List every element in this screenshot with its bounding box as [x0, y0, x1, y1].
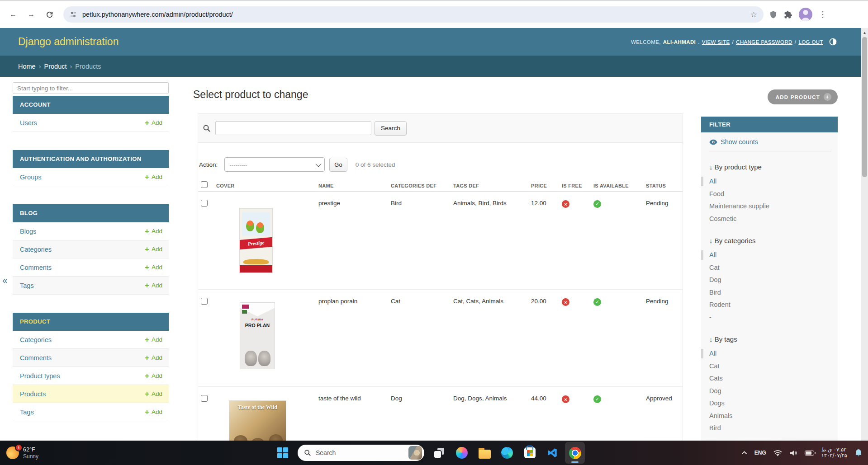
column-header[interactable]: STATUS — [644, 183, 683, 188]
sidebar-item-link[interactable]: Categories — [20, 246, 52, 253]
sidebar-collapse-icon[interactable]: « — [2, 275, 8, 286]
column-header[interactable]: CATEGORIES DEF — [389, 183, 451, 188]
browser-menu-icon[interactable]: ⋮ — [819, 10, 827, 19]
sidebar-section-title[interactable]: AUTHENTICATION AND AUTHORIZATION — [13, 150, 169, 168]
chrome-button[interactable] — [565, 442, 585, 464]
battery-icon[interactable] — [805, 451, 814, 456]
sidebar-add-link[interactable]: +Add — [145, 173, 162, 181]
sidebar-add-link[interactable]: +Add — [145, 390, 162, 398]
add-product-button[interactable]: ADD PRODUCT + — [768, 89, 838, 104]
language-indicator[interactable]: ENG — [754, 450, 766, 456]
notification-bell-icon[interactable] — [854, 449, 863, 457]
url-text[interactable]: petlux.pythonanywhere.com/admin/product/… — [82, 11, 750, 18]
filter-option-rodent[interactable]: Rodent — [709, 299, 838, 311]
site-controls-icon[interactable] — [70, 11, 77, 18]
sidebar-add-link[interactable]: +Add — [145, 245, 162, 253]
sidebar-item-link[interactable]: Tags — [20, 409, 34, 416]
select-all-checkbox[interactable] — [201, 181, 208, 188]
filter-option-all[interactable]: All — [709, 249, 838, 262]
row-checkbox[interactable] — [201, 395, 208, 402]
column-header[interactable]: TAGS DEF — [451, 183, 529, 188]
sidebar-add-link[interactable]: +Add — [145, 263, 162, 271]
sidebar-item-link[interactable]: Blogs — [20, 228, 36, 235]
wifi-icon[interactable] — [773, 450, 782, 456]
url-bar[interactable]: petlux.pythonanywhere.com/admin/product/… — [63, 6, 764, 23]
sidebar-item-link[interactable]: Users — [20, 119, 37, 127]
copilot-button[interactable] — [452, 442, 472, 464]
sidebar-add-link[interactable]: +Add — [145, 282, 162, 289]
sidebar-item-link[interactable]: Groups — [20, 174, 42, 181]
filter-option-cosmetic[interactable]: Cosmetic — [709, 213, 838, 225]
vscode-button[interactable] — [542, 442, 562, 464]
column-header[interactable]: IS FREE — [560, 183, 592, 188]
column-header[interactable]: NAME — [317, 183, 389, 188]
reload-icon[interactable] — [42, 7, 57, 22]
show-counts-link[interactable]: Show counts — [709, 132, 831, 151]
sidebar-section-title[interactable]: BLOG — [13, 204, 169, 222]
sidebar-item-link[interactable]: Product types — [20, 372, 60, 380]
filter-option-animals[interactable]: Animals — [709, 410, 838, 423]
filter-option-dog[interactable]: Dog — [709, 385, 838, 398]
filter-option-dog[interactable]: Dog — [709, 274, 838, 287]
filter-option-all[interactable]: All — [709, 348, 838, 360]
store-button[interactable] — [520, 442, 540, 464]
breadcrumb-home[interactable]: Home — [18, 63, 36, 70]
filter-option-cat[interactable]: Cat — [709, 262, 838, 274]
sidebar-item-link[interactable]: Tags — [20, 282, 34, 289]
taskbar-clock[interactable]: ۰۷:۵۳ ق.ظ ۱۴۰۳/۰۷/۲۵ — [821, 447, 847, 459]
task-view-button[interactable] — [429, 442, 449, 464]
sidebar-add-link[interactable]: +Add — [145, 372, 162, 380]
scroll-up-icon[interactable]: ▲ — [861, 28, 868, 35]
sidebar-add-link[interactable]: +Add — [145, 354, 162, 362]
sidebar-add-link[interactable]: +Add — [145, 227, 162, 235]
edge-button[interactable] — [497, 442, 517, 464]
profile-avatar[interactable] — [799, 8, 812, 21]
start-button[interactable] — [273, 442, 293, 464]
extensions-icon[interactable] — [784, 10, 792, 19]
column-header[interactable]: PRICE — [529, 183, 560, 188]
sidebar-section-title[interactable]: ACCOUNT — [13, 96, 169, 114]
row-checkbox[interactable] — [201, 298, 208, 305]
column-header[interactable]: IS AVAILABLE — [592, 183, 644, 188]
change-password-link[interactable]: CHANGE PASSWORD — [736, 39, 792, 45]
back-icon[interactable]: ← — [5, 7, 21, 22]
view-site-link[interactable]: VIEW SITE — [702, 39, 730, 45]
file-explorer-button[interactable] — [474, 442, 494, 464]
filter-option-all[interactable]: All — [709, 175, 838, 188]
scrollbar-thumb[interactable] — [862, 37, 867, 177]
volume-icon[interactable] — [789, 450, 797, 456]
taskbar-search[interactable]: Search — [298, 445, 424, 461]
weather-widget[interactable]: 1 62°F Sunny — [0, 446, 271, 460]
bookmark-star-icon[interactable]: ☆ — [750, 10, 757, 19]
sidebar-section-title[interactable]: PRODUCT — [13, 313, 169, 331]
tray-chevron-up-icon[interactable] — [741, 451, 747, 455]
sidebar-filter-input[interactable] — [13, 82, 169, 94]
sidebar-item-link[interactable]: Products — [20, 390, 46, 398]
filter-option-bird[interactable]: Bird — [709, 287, 838, 299]
filter-option-dogs[interactable]: Dogs — [709, 397, 838, 410]
cell-name[interactable]: proplan porain — [317, 290, 389, 386]
filter-option-maintenance-supplie[interactable]: Maintenance supplie — [709, 200, 838, 213]
sidebar-add-link[interactable]: +Add — [145, 408, 162, 416]
filter-option-cats[interactable]: Cats — [709, 372, 838, 385]
go-button[interactable]: Go — [329, 158, 347, 172]
site-title[interactable]: Django administration — [18, 36, 119, 48]
sidebar-item-link[interactable]: Comments — [20, 354, 52, 362]
cell-name[interactable]: taste of the wild — [317, 387, 389, 441]
row-checkbox[interactable] — [201, 200, 208, 207]
breadcrumb-product[interactable]: Product — [44, 63, 67, 70]
page-scrollbar[interactable]: ▲ — [861, 28, 868, 441]
search-button[interactable]: Search — [375, 121, 407, 136]
shield-icon[interactable] — [769, 10, 778, 19]
filter-option-bird[interactable]: Bird — [709, 422, 838, 435]
sidebar-item-link[interactable]: Comments — [20, 264, 52, 271]
action-select[interactable]: --------- — [224, 157, 325, 172]
theme-toggle-icon[interactable] — [829, 38, 837, 46]
log-out-link[interactable]: LOG OUT — [798, 39, 823, 45]
cell-name[interactable]: prestige — [317, 192, 389, 289]
column-header[interactable]: COVER — [214, 183, 317, 188]
filter-option--[interactable]: - — [709, 311, 838, 324]
sidebar-add-link[interactable]: +Add — [145, 336, 162, 343]
forward-icon[interactable]: → — [24, 7, 39, 22]
sidebar-add-link[interactable]: +Add — [145, 119, 162, 127]
